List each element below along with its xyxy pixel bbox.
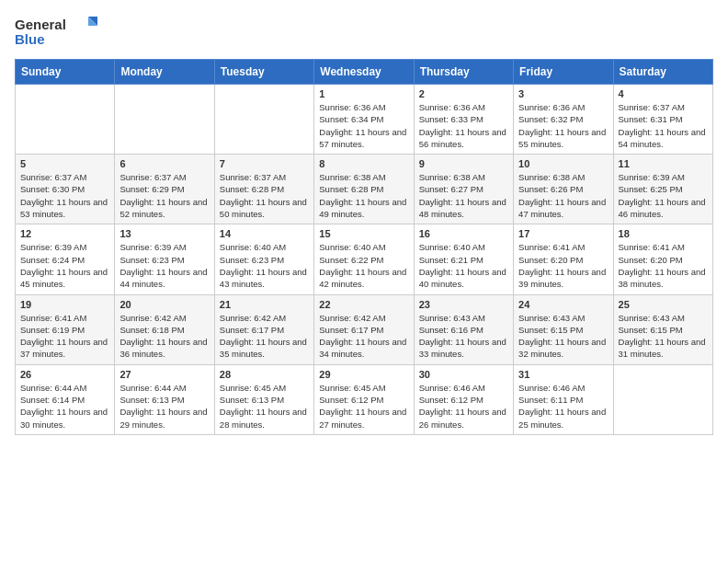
- day-info: Sunrise: 6:39 AMSunset: 6:23 PMDaylight:…: [119, 241, 209, 290]
- day-info: Sunrise: 6:37 AMSunset: 6:30 PMDaylight:…: [20, 171, 109, 220]
- day-number: 6: [119, 158, 209, 169]
- day-info: Sunrise: 6:41 AMSunset: 6:20 PMDaylight:…: [619, 241, 708, 290]
- calendar-cell: 23Sunrise: 6:43 AMSunset: 6:16 PMDayligh…: [414, 294, 513, 364]
- day-number: 27: [119, 369, 209, 380]
- calendar-cell: 28Sunrise: 6:45 AMSunset: 6:13 PMDayligh…: [214, 364, 313, 434]
- day-info: Sunrise: 6:38 AMSunset: 6:28 PMDaylight:…: [319, 171, 408, 220]
- day-number: 29: [319, 369, 408, 380]
- calendar-cell: [115, 85, 214, 155]
- day-number: 11: [619, 158, 708, 169]
- svg-text:General: General: [15, 17, 66, 32]
- calendar-cell: 13Sunrise: 6:39 AMSunset: 6:23 PMDayligh…: [115, 224, 214, 294]
- day-info: Sunrise: 6:43 AMSunset: 6:15 PMDaylight:…: [518, 312, 608, 361]
- day-info: Sunrise: 6:43 AMSunset: 6:15 PMDaylight:…: [619, 312, 708, 361]
- day-info: Sunrise: 6:46 AMSunset: 6:12 PMDaylight:…: [419, 382, 508, 431]
- day-info: Sunrise: 6:45 AMSunset: 6:12 PMDaylight:…: [319, 382, 408, 431]
- day-number: 28: [220, 369, 309, 380]
- calendar-cell: 30Sunrise: 6:46 AMSunset: 6:12 PMDayligh…: [414, 364, 513, 434]
- calendar-cell: 16Sunrise: 6:40 AMSunset: 6:21 PMDayligh…: [414, 224, 513, 294]
- day-info: Sunrise: 6:37 AMSunset: 6:29 PMDaylight:…: [119, 171, 209, 220]
- calendar-cell: 31Sunrise: 6:46 AMSunset: 6:11 PMDayligh…: [514, 364, 613, 434]
- calendar-cell: 11Sunrise: 6:39 AMSunset: 6:25 PMDayligh…: [613, 155, 712, 224]
- calendar-cell: 12Sunrise: 6:39 AMSunset: 6:24 PMDayligh…: [16, 224, 115, 294]
- calendar-week-row: 5Sunrise: 6:37 AMSunset: 6:30 PMDaylight…: [16, 155, 713, 224]
- calendar-cell: 8Sunrise: 6:38 AMSunset: 6:28 PMDaylight…: [314, 155, 414, 224]
- day-info: Sunrise: 6:43 AMSunset: 6:16 PMDaylight:…: [419, 312, 508, 361]
- calendar-week-row: 19Sunrise: 6:41 AMSunset: 6:19 PMDayligh…: [16, 294, 713, 364]
- calendar-cell: 27Sunrise: 6:44 AMSunset: 6:13 PMDayligh…: [115, 364, 214, 434]
- calendar-cell: 10Sunrise: 6:38 AMSunset: 6:26 PMDayligh…: [514, 155, 613, 224]
- calendar-week-row: 12Sunrise: 6:39 AMSunset: 6:24 PMDayligh…: [16, 224, 713, 294]
- day-info: Sunrise: 6:40 AMSunset: 6:23 PMDaylight:…: [220, 241, 309, 290]
- day-info: Sunrise: 6:37 AMSunset: 6:28 PMDaylight:…: [220, 171, 309, 220]
- day-number: 15: [319, 228, 408, 239]
- calendar-cell: [613, 364, 712, 434]
- calendar-cell: 3Sunrise: 6:36 AMSunset: 6:32 PMDaylight…: [514, 85, 613, 155]
- col-sunday: Sunday: [16, 60, 115, 85]
- calendar-cell: 21Sunrise: 6:42 AMSunset: 6:17 PMDayligh…: [214, 294, 313, 364]
- calendar-cell: 5Sunrise: 6:37 AMSunset: 6:30 PMDaylight…: [16, 155, 115, 224]
- day-info: Sunrise: 6:38 AMSunset: 6:27 PMDaylight:…: [419, 171, 508, 220]
- day-info: Sunrise: 6:40 AMSunset: 6:22 PMDaylight:…: [319, 241, 408, 290]
- day-info: Sunrise: 6:44 AMSunset: 6:13 PMDaylight:…: [119, 382, 209, 431]
- day-info: Sunrise: 6:39 AMSunset: 6:24 PMDaylight:…: [20, 241, 109, 290]
- day-number: 20: [119, 299, 209, 310]
- day-info: Sunrise: 6:42 AMSunset: 6:18 PMDaylight:…: [119, 312, 209, 361]
- day-number: 22: [319, 299, 408, 310]
- day-number: 2: [419, 88, 508, 99]
- calendar-cell: 17Sunrise: 6:41 AMSunset: 6:20 PMDayligh…: [514, 224, 613, 294]
- day-info: Sunrise: 6:40 AMSunset: 6:21 PMDaylight:…: [419, 241, 508, 290]
- logo-svg: General Blue: [15, 15, 97, 48]
- col-monday: Monday: [115, 60, 214, 85]
- calendar-cell: 24Sunrise: 6:43 AMSunset: 6:15 PMDayligh…: [514, 294, 613, 364]
- day-info: Sunrise: 6:36 AMSunset: 6:33 PMDaylight:…: [419, 101, 508, 150]
- day-number: 13: [119, 228, 209, 239]
- col-saturday: Saturday: [613, 60, 712, 85]
- calendar-cell: [214, 85, 313, 155]
- day-number: 18: [619, 228, 708, 239]
- col-thursday: Thursday: [414, 60, 513, 85]
- calendar-cell: 29Sunrise: 6:45 AMSunset: 6:12 PMDayligh…: [314, 364, 414, 434]
- day-number: 25: [619, 299, 708, 310]
- day-number: 8: [319, 158, 408, 169]
- calendar-cell: 4Sunrise: 6:37 AMSunset: 6:31 PMDaylight…: [613, 85, 712, 155]
- day-info: Sunrise: 6:46 AMSunset: 6:11 PMDaylight:…: [518, 382, 608, 431]
- svg-text:Blue: Blue: [15, 31, 45, 47]
- day-number: 4: [619, 88, 708, 99]
- day-number: 16: [419, 228, 508, 239]
- day-number: 21: [220, 299, 309, 310]
- day-info: Sunrise: 6:45 AMSunset: 6:13 PMDaylight:…: [220, 382, 309, 431]
- calendar-cell: 9Sunrise: 6:38 AMSunset: 6:27 PMDaylight…: [414, 155, 513, 224]
- day-info: Sunrise: 6:39 AMSunset: 6:25 PMDaylight:…: [619, 171, 708, 220]
- calendar-cell: 6Sunrise: 6:37 AMSunset: 6:29 PMDaylight…: [115, 155, 214, 224]
- calendar-cell: [16, 85, 115, 155]
- calendar-cell: 7Sunrise: 6:37 AMSunset: 6:28 PMDaylight…: [214, 155, 313, 224]
- day-number: 10: [518, 158, 608, 169]
- day-number: 17: [518, 228, 608, 239]
- day-number: 26: [20, 369, 109, 380]
- day-info: Sunrise: 6:42 AMSunset: 6:17 PMDaylight:…: [319, 312, 408, 361]
- calendar-cell: 14Sunrise: 6:40 AMSunset: 6:23 PMDayligh…: [214, 224, 313, 294]
- col-tuesday: Tuesday: [214, 60, 313, 85]
- calendar-week-row: 26Sunrise: 6:44 AMSunset: 6:14 PMDayligh…: [16, 364, 713, 434]
- day-info: Sunrise: 6:36 AMSunset: 6:34 PMDaylight:…: [319, 101, 408, 150]
- day-info: Sunrise: 6:44 AMSunset: 6:14 PMDaylight:…: [20, 382, 109, 431]
- calendar-cell: 2Sunrise: 6:36 AMSunset: 6:33 PMDaylight…: [414, 85, 513, 155]
- calendar-cell: 22Sunrise: 6:42 AMSunset: 6:17 PMDayligh…: [314, 294, 414, 364]
- calendar-cell: 1Sunrise: 6:36 AMSunset: 6:34 PMDaylight…: [314, 85, 414, 155]
- calendar-header-row: Sunday Monday Tuesday Wednesday Thursday…: [16, 60, 713, 85]
- day-number: 7: [220, 158, 309, 169]
- day-info: Sunrise: 6:38 AMSunset: 6:26 PMDaylight:…: [518, 171, 608, 220]
- day-info: Sunrise: 6:41 AMSunset: 6:19 PMDaylight:…: [20, 312, 109, 361]
- day-number: 31: [518, 369, 608, 380]
- calendar-table: Sunday Monday Tuesday Wednesday Thursday…: [15, 59, 713, 435]
- calendar-cell: 25Sunrise: 6:43 AMSunset: 6:15 PMDayligh…: [613, 294, 712, 364]
- day-info: Sunrise: 6:37 AMSunset: 6:31 PMDaylight:…: [619, 101, 708, 150]
- day-number: 12: [20, 228, 109, 239]
- day-number: 3: [518, 88, 608, 99]
- calendar-cell: 19Sunrise: 6:41 AMSunset: 6:19 PMDayligh…: [16, 294, 115, 364]
- day-info: Sunrise: 6:36 AMSunset: 6:32 PMDaylight:…: [518, 101, 608, 150]
- calendar-cell: 20Sunrise: 6:42 AMSunset: 6:18 PMDayligh…: [115, 294, 214, 364]
- day-number: 30: [419, 369, 508, 380]
- day-number: 5: [20, 158, 109, 169]
